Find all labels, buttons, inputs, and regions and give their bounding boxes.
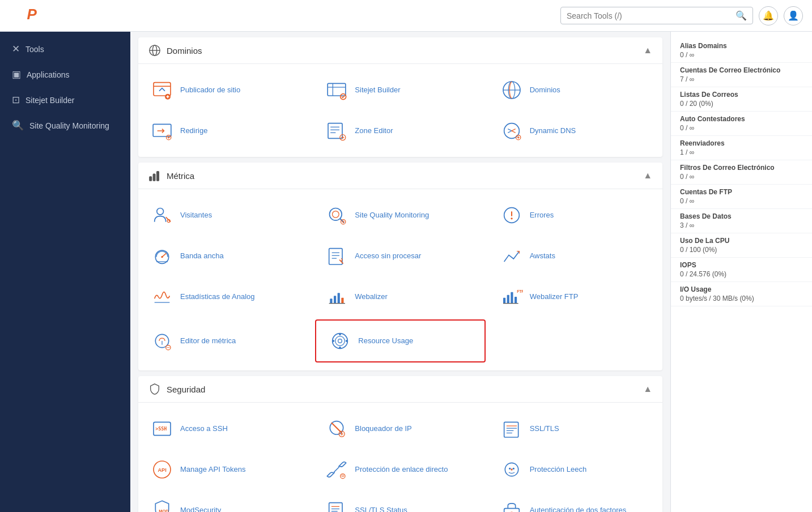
tool-modsecurity[interactable]: MOD ModSecurity xyxy=(138,490,313,512)
metrica-section: Métrica ▲ Visitantes xyxy=(138,163,662,370)
search-bar[interactable]: 🔍 xyxy=(560,7,753,24)
leech-icon xyxy=(500,458,523,481)
manage-api-label: Manage API Tokens xyxy=(180,465,245,475)
awstats-icon-wrap xyxy=(499,244,524,268)
tool-editor-metrica[interactable]: Editor de métrica xyxy=(138,317,313,365)
webalizer-ftp-label: Webalizer FTP xyxy=(530,292,579,302)
tool-ip-blocker[interactable]: Bloqueador de IP xyxy=(313,408,487,449)
stat-item-2: Listas De Correos 0 / 20 (0%) xyxy=(671,87,812,112)
svg-rect-32 xyxy=(157,172,159,181)
svg-rect-3 xyxy=(154,83,171,96)
stat-value-6: 0 / ∞ xyxy=(680,197,803,205)
tool-visitantes[interactable]: Visitantes xyxy=(138,195,313,236)
svg-point-95 xyxy=(512,468,514,470)
tool-ssh[interactable]: >SSH Acceso a SSH xyxy=(138,408,313,449)
tool-zone-editor[interactable]: Zone Editor xyxy=(313,110,487,151)
stat-label-5: Filtros De Correo Electrónico xyxy=(680,164,803,172)
webalizer-icon xyxy=(325,285,348,308)
tool-banda-ancha[interactable]: Banda ancha xyxy=(138,236,313,276)
stat-item-7: Bases De Datos 3 / ∞ xyxy=(671,209,812,233)
dominios-collapse-btn[interactable]: ▲ xyxy=(643,45,652,56)
ssl-tls-icon xyxy=(500,417,523,440)
stat-label-4: Reenviadores xyxy=(680,139,803,147)
stat-label-6: Cuentas De FTP xyxy=(680,188,803,196)
banda-ancha-icon xyxy=(151,245,173,267)
tool-dominios[interactable]: Dominios xyxy=(488,70,662,110)
svg-rect-60 xyxy=(507,295,509,304)
tool-dynamic-dns[interactable]: Dynamic DNS xyxy=(488,110,662,151)
errores-icon-wrap xyxy=(499,203,524,228)
svg-line-90 xyxy=(334,467,339,472)
tool-publicador[interactable]: Publicador de sitio xyxy=(138,70,313,110)
stats-panel: Alias Domains 0 / ∞ Cuentas De Correo El… xyxy=(670,32,812,512)
webalizer-label: Webalizer xyxy=(355,292,388,302)
hotlink-label: Protección de enlace directo xyxy=(355,465,448,475)
sidebar-item-tools[interactable]: ✕ Tools xyxy=(0,36,130,62)
sidebar-item-applications[interactable]: ▣ Applications xyxy=(0,62,130,87)
svg-point-96 xyxy=(511,468,512,470)
tool-resource-usage[interactable]: Resource Usage xyxy=(315,319,485,362)
tool-sitejet-builder[interactable]: Sitejet Builder xyxy=(313,70,487,110)
tool-estadisticas-analog[interactable]: Estadísticas de Analog xyxy=(138,276,313,317)
modsecurity-icon: MOD xyxy=(151,499,173,512)
modsecurity-icon-wrap: MOD xyxy=(150,498,175,512)
dominios-label: Dominios xyxy=(530,86,560,95)
metrica-collapse-btn[interactable]: ▲ xyxy=(643,170,652,181)
tool-awstats[interactable]: Awstats xyxy=(488,236,662,276)
redirige-icon-wrap xyxy=(150,118,175,143)
dominios-section-label: Dominios xyxy=(167,46,202,56)
tool-hotlink[interactable]: Protección de enlace directo xyxy=(313,449,487,490)
leech-label: Protección Leech xyxy=(530,465,586,475)
two-factor-icon-wrap xyxy=(499,498,524,512)
svg-point-91 xyxy=(341,474,345,479)
hotlink-icon xyxy=(325,458,348,481)
seguridad-section-icon xyxy=(148,383,161,395)
svg-point-70 xyxy=(335,336,345,346)
stat-item-1: Cuentas De Correo Electrónico 7 / ∞ xyxy=(671,63,812,87)
seguridad-section-label: Seguridad xyxy=(167,385,205,394)
seguridad-collapse-btn[interactable]: ▲ xyxy=(643,384,652,394)
tool-leech[interactable]: Protección Leech xyxy=(488,449,662,490)
svg-point-47 xyxy=(161,256,163,258)
two-factor-icon xyxy=(500,499,523,512)
acceso-sin-procesar-label: Acceso sin procesar xyxy=(355,251,421,261)
tools-icon: ✕ xyxy=(12,43,20,55)
layout: ✕ Tools ▣ Applications ⊡ Sitejet Builder… xyxy=(0,32,812,512)
ssh-icon-wrap: >SSH xyxy=(150,416,175,441)
tool-ssl-tls-status[interactable]: SSL/TLS Status xyxy=(313,490,487,512)
tool-ssl-tls[interactable]: SSL/TLS xyxy=(488,408,662,449)
stat-label-8: Uso De La CPU xyxy=(680,237,803,245)
tool-errores[interactable]: Errores xyxy=(488,195,662,236)
two-factor-label: Autenticación de dos factores xyxy=(530,506,627,512)
resource-usage-icon-wrap xyxy=(328,328,352,353)
stat-label-1: Cuentas De Correo Electrónico xyxy=(680,66,803,74)
svg-rect-30 xyxy=(150,177,152,181)
sqm-icon xyxy=(325,204,348,227)
seguridad-header: Seguridad ▲ xyxy=(138,376,662,403)
tool-manage-api[interactable]: API Manage API Tokens xyxy=(138,449,313,490)
tool-redirige[interactable]: Redirige xyxy=(138,110,313,151)
svg-rect-62 xyxy=(515,297,517,304)
sitejet-icon: ⊡ xyxy=(12,94,20,106)
sidebar-item-sitejet[interactable]: ⊡ Sitejet Builder xyxy=(0,87,130,113)
tool-webalizer-ftp[interactable]: FTP Webalizer FTP xyxy=(488,276,662,317)
tool-two-factor[interactable]: Autenticación de dos factores xyxy=(488,490,662,512)
svg-rect-49 xyxy=(329,249,342,264)
tool-sqm[interactable]: Site Quality Monitoring xyxy=(313,195,487,236)
stat-value-8: 0 / 100 (0%) xyxy=(680,246,803,254)
manage-api-icon: API xyxy=(151,458,173,481)
tool-acceso-sin-procesar[interactable]: Acceso sin procesar xyxy=(313,236,487,276)
sidebar-item-sqm[interactable]: 🔍 Site Quality Monitoring xyxy=(0,113,130,138)
dominios-header: Dominios ▲ xyxy=(138,37,662,64)
publicador-label: Publicador de sitio xyxy=(180,86,240,95)
search-input[interactable] xyxy=(567,11,736,20)
tool-webalizer[interactable]: Webalizer xyxy=(313,276,487,317)
editor-metrica-icon xyxy=(151,330,173,352)
visitantes-icon-wrap xyxy=(150,203,175,228)
sitejet-builder-icon xyxy=(325,79,348,101)
user-button[interactable]: 👤 xyxy=(784,6,803,25)
notifications-button[interactable]: 🔔 xyxy=(759,6,778,25)
sitejet-builder-label: Sitejet Builder xyxy=(355,86,400,95)
header-right: 🔍 🔔 👤 xyxy=(560,6,803,25)
webalizer-ftp-icon: FTP xyxy=(500,285,523,308)
